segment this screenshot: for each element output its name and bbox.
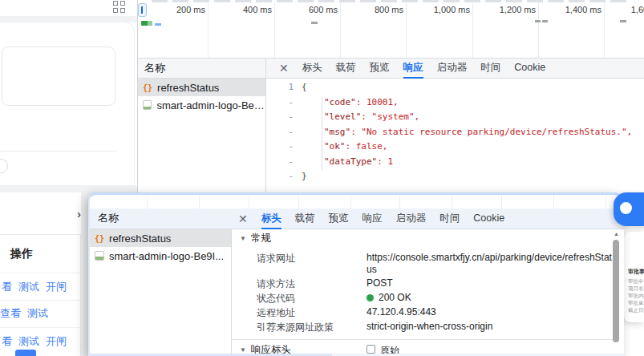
code-line-numbers: 1 - - - - - - xyxy=(266,80,294,184)
white-dot-icon xyxy=(620,202,632,214)
operations-table: 操作 看 测试 开闸 查看 测试 看 测试 开闸 xyxy=(0,234,81,356)
collapse-chevron-icon[interactable]: › xyxy=(77,207,81,220)
label-request-method: 请求方法 xyxy=(257,277,295,291)
close-icon[interactable]: ✕ xyxy=(238,208,248,229)
section-general[interactable]: ▼ 常规 xyxy=(240,232,271,245)
detail-tab-bar: ✕ 标头 载荷 预览 响应 启动器 时间 Cookie xyxy=(232,208,504,229)
triangle-down-icon: ▼ xyxy=(240,346,246,354)
link-test[interactable]: 测试 xyxy=(27,306,48,321)
pane-splitter[interactable] xyxy=(231,229,232,356)
timeline-tick-label: 1,200 ms xyxy=(468,5,536,14)
link-view[interactable]: 查看 xyxy=(0,306,21,321)
label-remote-address: 远程地址 xyxy=(257,306,295,320)
waterfall-dash[interactable] xyxy=(311,22,318,24)
link-test[interactable]: 测试 xyxy=(18,280,39,294)
tab-response[interactable]: 响应 xyxy=(363,208,383,229)
page-form-box xyxy=(2,47,115,106)
tab-payload[interactable]: 载荷 xyxy=(336,58,356,79)
waterfall-dash[interactable] xyxy=(542,20,548,22)
waterfall-bar-small[interactable] xyxy=(155,23,161,26)
value-referrer-policy: strict-origin-when-cross-origin xyxy=(367,321,492,332)
request-row-refreshstatus[interactable]: {} refreshStatus xyxy=(90,229,231,247)
tab-headers[interactable]: 标头 xyxy=(261,208,281,229)
detail-tab-bar: ✕ 标头 载荷 预览 响应 启动器 时间 Cookie xyxy=(273,58,545,79)
value-status-code: 200 OK xyxy=(367,292,411,303)
name-column-header[interactable]: 名称 xyxy=(98,208,119,228)
waterfall-dash[interactable] xyxy=(535,20,541,22)
tab-response[interactable]: 响应 xyxy=(403,58,423,79)
json-brackets-icon: {} xyxy=(143,83,152,92)
divider xyxy=(0,151,117,152)
waterfall-dash[interactable] xyxy=(620,20,626,22)
request-name: smart-admin-logo-Be9I... xyxy=(109,250,224,262)
link-view[interactable]: 看 xyxy=(2,334,12,349)
label-request-url: 请求网址 xyxy=(257,252,295,265)
avatar-partial-icon xyxy=(0,159,8,173)
divider xyxy=(0,300,81,301)
devtools-network-panel-bottom: 名称 ✕ 标头 载荷 预览 响应 启动器 时间 Cookie {} refres… xyxy=(88,192,624,356)
timeline-tick-label: 1,400 ms xyxy=(534,5,601,14)
tooltip-line: 审批单号 xyxy=(628,300,644,307)
value-request-url[interactable]: https://console.smartxfjy.cn/api/parking… xyxy=(367,252,614,276)
floating-assistant-button[interactable] xyxy=(614,192,644,226)
value-remote-address: 47.120.4.95:443 xyxy=(367,306,436,318)
image-file-icon xyxy=(95,251,104,261)
link-open-gate[interactable]: 开闸 xyxy=(46,280,67,294)
tab-timing[interactable]: 时间 xyxy=(439,208,460,229)
value-request-method: POST xyxy=(367,277,393,289)
tab-cookie[interactable]: Cookie xyxy=(473,208,504,229)
timeline-tick-label: 600 ms xyxy=(270,5,338,14)
operations-column-header: 操作 xyxy=(10,247,33,261)
response-json-body[interactable]: { "code": 10001, "level": "system", "msg… xyxy=(302,80,632,184)
label-status-code: 状态代码 xyxy=(257,292,295,305)
link-test[interactable]: 测试 xyxy=(18,334,39,349)
tab-cookie[interactable]: Cookie xyxy=(514,58,545,79)
request-row-refreshstatus[interactable]: {} refreshStatus xyxy=(138,79,265,96)
label-referrer-policy: 引荐来源网址政策 xyxy=(257,321,334,334)
link-open-gate[interactable]: 开闸 xyxy=(46,334,67,349)
tooltip-line: 审批内容 xyxy=(628,293,644,300)
triangle-down-icon: ▼ xyxy=(240,235,246,242)
status-green-dot-icon xyxy=(367,294,374,301)
scrollbar: ▲ xyxy=(613,231,620,355)
table-row: 看 测试 开闸 xyxy=(2,280,67,294)
tab-preview[interactable]: 预览 xyxy=(329,208,349,229)
tab-preview[interactable]: 预览 xyxy=(370,58,390,79)
request-name: refreshStatus xyxy=(157,82,219,94)
name-column-header[interactable]: 名称 xyxy=(144,59,165,78)
close-icon[interactable]: ✕ xyxy=(279,58,289,79)
divider xyxy=(232,339,613,340)
request-name: refreshStatus xyxy=(109,233,171,245)
timeline-tick-label: 1,000 ms xyxy=(403,5,470,14)
request-row-logo[interactable]: smart-admin-logo-Be9I... xyxy=(90,247,231,265)
timeline-tick-label: 800 ms xyxy=(336,5,403,14)
tooltip-line: 审批申请 xyxy=(628,278,644,285)
page-card xyxy=(0,22,135,186)
tab-payload[interactable]: 载荷 xyxy=(295,208,315,229)
scrollbar-up-arrow-icon[interactable]: ▲ xyxy=(613,231,620,237)
table-row: 看 测试 开闸 xyxy=(2,334,67,349)
tooltip-line: 项目名称 xyxy=(628,285,644,293)
timeline-selection-handle[interactable] xyxy=(138,3,147,17)
button-partial[interactable] xyxy=(15,350,36,356)
approval-tooltip-card: 审批事项 审批申请 项目名称 审批内容 审批单号 截止日期 xyxy=(624,232,644,322)
link-view[interactable]: 看 xyxy=(2,280,12,294)
tab-initiator[interactable]: 启动器 xyxy=(396,208,427,229)
request-row-logo[interactable]: smart-admin-logo-Be9I... xyxy=(138,96,265,114)
divider xyxy=(0,273,81,273)
timeline-tick-label: 400 ms xyxy=(205,5,272,14)
tooltip-line: 截止日期 xyxy=(628,307,644,314)
network-filter-toolbar-cut xyxy=(149,0,630,2)
tab-initiator[interactable]: 启动器 xyxy=(437,58,468,79)
json-brackets-icon: {} xyxy=(95,234,104,243)
table-row: 查看 测试 xyxy=(0,306,48,321)
raw-checkbox[interactable] xyxy=(367,345,375,354)
tooltip-title: 审批事项 xyxy=(628,268,644,276)
tab-timing[interactable]: 时间 xyxy=(480,58,500,79)
scrollbar-thumb[interactable] xyxy=(613,240,619,342)
divider xyxy=(0,327,81,328)
app-grid-icon[interactable] xyxy=(113,1,125,13)
tab-headers[interactable]: 标头 xyxy=(302,58,322,79)
devtools-network-panel-top: 200 ms 400 ms 600 ms 800 ms 1,000 ms 1,2… xyxy=(137,0,644,192)
waterfall-bar-refreshstatus[interactable] xyxy=(141,21,152,26)
